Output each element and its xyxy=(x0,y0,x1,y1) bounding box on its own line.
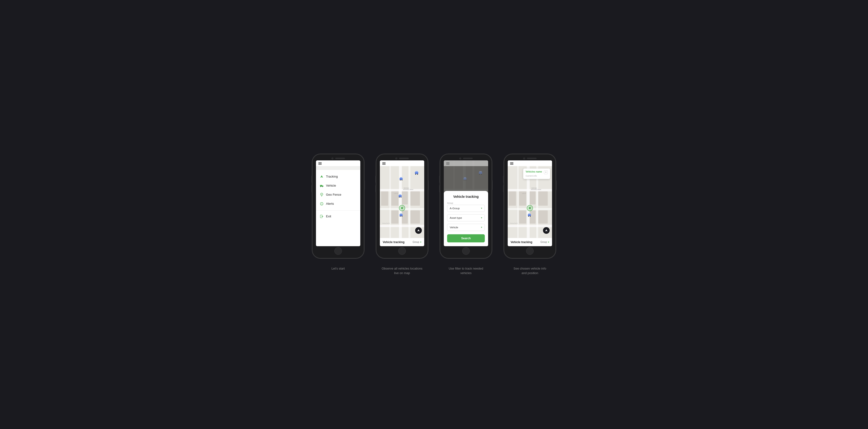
svg-rect-78 xyxy=(517,160,519,246)
phone-home-4[interactable] xyxy=(526,247,534,255)
filter-asset-label: Asset type xyxy=(450,217,462,219)
phone-camera-4 xyxy=(523,158,525,160)
menu-alerts-label: Alerts xyxy=(326,202,334,205)
nav-fab-4[interactable] xyxy=(543,227,550,234)
hamburger-icon-1[interactable] xyxy=(318,162,322,165)
svg-point-11 xyxy=(321,194,322,195)
hamburger-icon-3[interactable] xyxy=(446,162,486,165)
svg-text:Luther Dr: Luther Dr xyxy=(522,193,526,194)
svg-rect-7 xyxy=(322,186,323,187)
svg-rect-83 xyxy=(538,191,548,206)
menu-items-list: Tracking Vehicle xyxy=(316,170,360,210)
svg-text:Elementary School: Elementary School xyxy=(531,189,541,190)
svg-point-67 xyxy=(481,174,482,175)
svg-rect-84 xyxy=(538,210,548,224)
phone-frame-4: Northview Elementary School Luther Dr Sh… xyxy=(504,154,556,259)
menu-item-vehicle[interactable]: Vehicle xyxy=(320,184,356,188)
svg-rect-31 xyxy=(381,191,388,206)
phone-frame-1: Tracking Vehicle xyxy=(312,154,364,259)
phone-top-bar-2 xyxy=(395,158,409,160)
svg-rect-20 xyxy=(380,189,424,191)
phone-screen-2: Northview Elementary School Luther Dr Sh… xyxy=(380,160,424,246)
phone-home-3[interactable] xyxy=(462,247,470,255)
map-bottom-bar-4: Vehicle tracking Group ▾ xyxy=(508,238,552,246)
filter-group-value: A-Group xyxy=(450,207,460,210)
caption-2: Observe all vehicles locations live on m… xyxy=(381,266,422,275)
filter-modal-title: Vehicle tracking xyxy=(447,195,485,199)
menu-item-geofence[interactable]: Geo Fence xyxy=(320,193,356,197)
svg-rect-22 xyxy=(380,225,424,227)
phone-vol-dn-3 xyxy=(439,185,440,192)
pin-icon xyxy=(320,193,323,197)
asset-chevron-icon: ▾ xyxy=(481,217,482,219)
svg-point-44 xyxy=(400,179,401,180)
menu-item-alerts[interactable]: Alerts xyxy=(320,202,356,206)
phone-speaker-4 xyxy=(527,158,536,159)
alert-icon xyxy=(320,202,323,206)
map-header-4 xyxy=(508,160,552,166)
svg-rect-97 xyxy=(528,213,531,214)
phone-speaker-2 xyxy=(399,158,409,159)
menu-exit-item[interactable]: Exit xyxy=(316,210,360,222)
info-popup-header: Vehicles name × xyxy=(526,170,548,174)
map-screen-3: Vehicle tracking Group A-Group ▾ Asset t… xyxy=(444,160,488,246)
phone-camera-3 xyxy=(459,158,461,160)
map-bottom-bar-2: Vehicle tracking Group ▾ xyxy=(380,238,424,246)
phone-top-bar-4 xyxy=(523,158,536,160)
map-chevron-4[interactable]: ▾ xyxy=(548,241,549,243)
phone-home-1[interactable] xyxy=(334,247,342,255)
filter-vehicle-dropdown[interactable]: Vehicle ▾ xyxy=(447,224,485,231)
caption-1: Let's start xyxy=(332,266,345,271)
svg-rect-6 xyxy=(320,185,322,187)
group-chevron-icon: ▾ xyxy=(481,207,482,209)
phone-vol-up-1 xyxy=(311,176,312,183)
filter-asset-dropdown[interactable]: Asset type ▾ xyxy=(447,214,485,222)
info-popup-close-btn[interactable]: × xyxy=(544,170,548,174)
svg-point-33 xyxy=(401,207,403,209)
vehicle-marker-dim-1 xyxy=(478,170,483,176)
info-popup-title: Vehicles name xyxy=(526,170,542,173)
menu-geofence-label: Geo Fence xyxy=(326,193,341,196)
map-header-2 xyxy=(380,160,424,166)
vehicle-chevron-icon: ▾ xyxy=(481,226,482,229)
svg-rect-26 xyxy=(402,191,408,204)
phone-vol-up-4 xyxy=(503,176,504,183)
hamburger-icon-4[interactable] xyxy=(510,162,550,165)
exit-label: Exit xyxy=(326,214,331,218)
svg-rect-74 xyxy=(508,189,552,191)
phone-home-2[interactable] xyxy=(398,247,406,255)
phone-power-4 xyxy=(556,180,557,190)
phone-column-menu: Tracking Vehicle xyxy=(312,154,364,271)
svg-text:Shooting Park Rd: Shooting Park Rd xyxy=(382,223,390,224)
phone-camera-2 xyxy=(395,158,397,160)
menu-tracking-label: Tracking xyxy=(326,175,338,178)
phone-vol-dn-2 xyxy=(375,185,376,192)
hamburger-icon-2[interactable] xyxy=(382,162,422,165)
svg-point-8 xyxy=(320,186,321,187)
phone-top-bar-3 xyxy=(459,158,473,160)
svg-point-70 xyxy=(464,179,465,180)
phone-power-3 xyxy=(492,180,493,190)
svg-rect-47 xyxy=(399,194,401,195)
svg-point-71 xyxy=(465,179,466,180)
search-button[interactable]: Search xyxy=(447,234,485,242)
map-group-label-2: Group xyxy=(412,241,419,243)
caption-4: See chosen vehicle info and position xyxy=(514,266,546,275)
svg-marker-5 xyxy=(320,175,323,178)
filter-group-label: Group xyxy=(447,202,485,204)
exit-icon xyxy=(320,214,323,218)
svg-rect-65 xyxy=(479,171,482,172)
filter-group-dropdown[interactable]: A-Group ▾ xyxy=(447,205,485,212)
svg-point-98 xyxy=(528,216,529,217)
map-chevron-2[interactable]: ▾ xyxy=(420,241,421,243)
navigation-icon xyxy=(320,175,323,178)
nav-fab-2[interactable] xyxy=(415,227,422,234)
menu-item-tracking[interactable]: Tracking xyxy=(320,175,356,178)
phone-speaker-3 xyxy=(463,158,473,159)
svg-point-45 xyxy=(402,179,403,180)
vehicle-marker-dim-2 xyxy=(463,176,467,182)
svg-text:Shooting Park Rd: Shooting Park Rd xyxy=(510,223,518,224)
phone-vol-dn-4 xyxy=(503,185,504,192)
phone-column-map: Northview Elementary School Luther Dr Sh… xyxy=(376,154,428,275)
svg-rect-76 xyxy=(508,225,552,227)
